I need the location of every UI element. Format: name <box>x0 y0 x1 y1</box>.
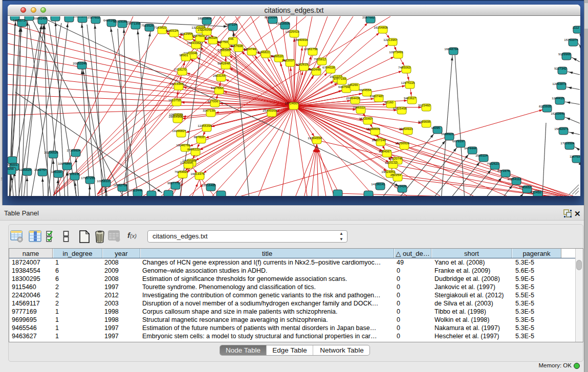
svg-text:9115460: 9115460 <box>418 103 430 107</box>
svg-text:1733426: 1733426 <box>394 184 407 188</box>
svg-text:19046766: 19046766 <box>176 143 190 147</box>
svg-text:8186328: 8186328 <box>205 36 217 39</box>
svg-text:16654965: 16654965 <box>168 115 183 118</box>
svg-text:62160: 62160 <box>384 100 394 104</box>
svg-text:10025458: 10025458 <box>393 106 407 110</box>
svg-text:8990448: 8990448 <box>308 68 321 71</box>
svg-text:435001: 435001 <box>8 163 18 166</box>
svg-text:14136141: 14136141 <box>371 182 385 186</box>
svg-text:18724007: 18724007 <box>285 101 299 105</box>
svg-text:8813054: 8813054 <box>265 16 277 19</box>
svg-text:11923446: 11923446 <box>128 188 143 192</box>
svg-text:19384554: 19384554 <box>308 136 322 140</box>
svg-text:15716485: 15716485 <box>202 183 216 187</box>
svg-text:13640910: 13640910 <box>294 38 308 41</box>
svg-text:20691406: 20691406 <box>33 16 48 20</box>
svg-text:16210643: 16210643 <box>551 112 565 115</box>
svg-text:9245652: 9245652 <box>519 185 532 189</box>
svg-text:16782759: 16782759 <box>113 183 127 187</box>
svg-text:9474444: 9474444 <box>464 146 477 150</box>
svg-text:18807249: 18807249 <box>372 138 386 142</box>
svg-text:10973493: 10973493 <box>389 50 403 54</box>
svg-text:15720407: 15720407 <box>359 117 373 120</box>
svg-text:932450: 932450 <box>531 190 541 194</box>
svg-text:1615132: 1615132 <box>385 161 398 164</box>
svg-text:116753: 116753 <box>570 155 580 158</box>
svg-text:19166827: 19166827 <box>172 129 186 133</box>
svg-text:12213369: 12213369 <box>169 82 184 85</box>
svg-text:1610755: 1610755 <box>168 98 181 102</box>
svg-text:9242848: 9242848 <box>217 61 230 65</box>
svg-text:10958107: 10958107 <box>97 179 111 183</box>
svg-text:2942757: 2942757 <box>34 168 47 171</box>
svg-text:10543362: 10543362 <box>187 41 201 45</box>
svg-text:10653267: 10653267 <box>73 16 88 18</box>
svg-text:2718170: 2718170 <box>174 68 187 71</box>
svg-text:145194: 145194 <box>51 170 62 173</box>
svg-text:7986322: 7986322 <box>353 105 365 109</box>
svg-text:9327503: 9327503 <box>217 40 230 43</box>
svg-text:39159: 39159 <box>8 167 14 170</box>
svg-text:16914479: 16914479 <box>190 172 205 176</box>
svg-text:12093872: 12093872 <box>552 82 567 85</box>
svg-text:8454749: 8454749 <box>244 47 256 51</box>
svg-text:8215935: 8215935 <box>539 104 552 108</box>
svg-text:9777169: 9777169 <box>334 77 346 80</box>
svg-text:16154808: 16154808 <box>374 26 388 29</box>
svg-text:3267130: 3267130 <box>203 108 215 112</box>
svg-text:1362615: 1362615 <box>296 62 309 66</box>
svg-text:14095: 14095 <box>431 126 440 129</box>
svg-text:9146821: 9146821 <box>257 50 270 54</box>
svg-text:5938923: 5938923 <box>441 132 454 136</box>
svg-text:746266: 746266 <box>347 83 358 86</box>
svg-text:8498222: 8498222 <box>187 147 200 151</box>
svg-text:9084067: 9084067 <box>379 149 391 153</box>
svg-text:10654112: 10654112 <box>507 177 521 181</box>
svg-text:17016504: 17016504 <box>560 141 575 145</box>
svg-text:546: 546 <box>228 37 234 40</box>
svg-text:19654923: 19654923 <box>399 127 413 130</box>
svg-text:7485063: 7485063 <box>398 65 411 69</box>
svg-text:15751074: 15751074 <box>564 38 578 41</box>
svg-text:252254: 252254 <box>390 173 401 177</box>
svg-text:25300203: 25300203 <box>263 108 277 112</box>
svg-text:12505135: 12505135 <box>66 172 80 176</box>
svg-text:17359924: 17359924 <box>67 148 81 152</box>
svg-text:19756928: 19756928 <box>395 141 409 145</box>
svg-text:10688609: 10688609 <box>366 127 380 130</box>
svg-text:7625402: 7625402 <box>175 170 187 173</box>
svg-text:16671355: 16671355 <box>126 21 141 25</box>
svg-text:10807487: 10807487 <box>369 94 384 98</box>
svg-text:16120746: 16120746 <box>388 157 403 160</box>
svg-text:8427552: 8427552 <box>211 86 224 90</box>
svg-text:8322037: 8322037 <box>282 58 295 62</box>
svg-text:817006: 817006 <box>208 99 219 103</box>
svg-text:6794028: 6794028 <box>322 65 335 69</box>
svg-text:10719185: 10719185 <box>113 19 127 23</box>
svg-text:1112: 1112 <box>573 26 579 29</box>
svg-text:6879197: 6879197 <box>452 139 465 143</box>
svg-text:10975867: 10975867 <box>58 162 72 165</box>
svg-text:2087682: 2087682 <box>362 16 375 19</box>
svg-text:98901: 98901 <box>179 53 188 57</box>
svg-text:2803144: 2803144 <box>213 74 226 77</box>
svg-text:12355394: 12355394 <box>198 124 212 127</box>
svg-text:2140994: 2140994 <box>180 161 193 164</box>
svg-text:12975115: 12975115 <box>401 81 415 84</box>
svg-text:3624554: 3624554 <box>359 88 372 92</box>
svg-text:10961758: 10961758 <box>303 47 318 51</box>
svg-text:1588520: 1588520 <box>271 54 284 58</box>
svg-text:2935114: 2935114 <box>475 154 488 157</box>
svg-text:23226058: 23226058 <box>198 28 212 31</box>
svg-text:7515526: 7515526 <box>141 24 154 27</box>
svg-text:16033809: 16033809 <box>198 16 212 20</box>
svg-text:20364436: 20364436 <box>346 96 360 100</box>
svg-text:7955812: 7955812 <box>314 57 326 61</box>
svg-text:7857224: 7857224 <box>225 23 237 26</box>
svg-text:8660124: 8660124 <box>166 29 179 32</box>
svg-text:13325419: 13325419 <box>285 30 299 33</box>
svg-text:1527602: 1527602 <box>88 16 100 19</box>
svg-text:7632621: 7632621 <box>487 162 499 165</box>
svg-text:9463627: 9463627 <box>404 96 417 100</box>
svg-text:12213967: 12213967 <box>383 38 398 41</box>
